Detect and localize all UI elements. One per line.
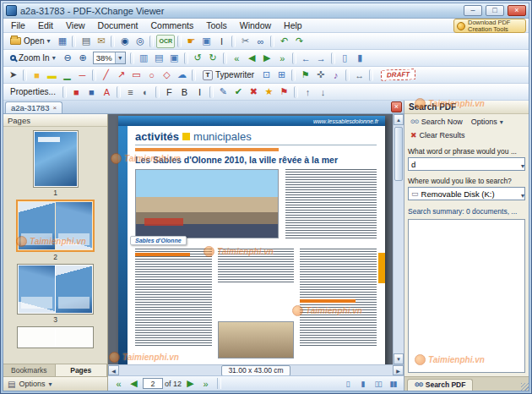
search-results-box[interactable]	[408, 219, 525, 373]
email-icon[interactable]: ✉	[94, 35, 108, 48]
oval-icon[interactable]: ○	[144, 68, 159, 82]
page-thumbnail-2[interactable]: 2	[16, 200, 95, 261]
sound-icon[interactable]: ♪	[328, 68, 343, 82]
snapshot-icon[interactable]: ▣	[199, 35, 214, 48]
tab-pages[interactable]: Pages	[56, 364, 108, 376]
ocr-button[interactable]: OCR	[156, 35, 175, 48]
title-bar[interactable]: a2a-31783 - PDF-XChange Viewer – □ ×	[3, 3, 529, 19]
next-page-icon[interactable]: ▶	[260, 52, 274, 65]
next-page-button[interactable]: ▶	[183, 377, 198, 391]
single-page-layout-icon[interactable]: ▯	[338, 52, 352, 65]
rotate-cw-icon[interactable]: ↻	[206, 52, 220, 65]
fill-color-icon[interactable]: ■	[69, 85, 84, 99]
menu-edit[interactable]: Edit	[32, 19, 59, 31]
rotate-ccw-icon[interactable]: ↺	[191, 52, 205, 65]
link-tool-icon[interactable]: ∞	[253, 35, 268, 48]
zoom-level-combo[interactable]: 38% ▾	[93, 52, 126, 64]
rectangle-icon[interactable]: ▭	[129, 68, 144, 82]
typewriter-button[interactable]: T Typewriter	[198, 68, 258, 82]
check-icon[interactable]: ✔	[231, 85, 246, 99]
text-box-icon[interactable]: ⊞	[274, 68, 289, 82]
draft-stamp-button[interactable]: DRAFT	[381, 68, 416, 80]
callout-icon[interactable]: ⊡	[259, 68, 274, 82]
last-page-button[interactable]: »	[198, 377, 213, 391]
next-view-icon[interactable]: →	[314, 52, 328, 65]
page-thumbnail-1[interactable]: 1	[33, 130, 79, 197]
search-phrase-value[interactable]: d	[409, 160, 521, 169]
cross-icon[interactable]: ✖	[247, 85, 261, 99]
actual-size-icon[interactable]: ▣	[167, 52, 182, 65]
fit-width-icon[interactable]: ▥	[137, 52, 151, 65]
open-button[interactable]: Open ▾	[6, 35, 54, 47]
move-down-icon[interactable]: ↓	[316, 85, 330, 99]
prev-page-icon[interactable]: ◀	[245, 52, 259, 65]
redo-icon[interactable]: ↷	[292, 35, 307, 48]
select-comment-icon[interactable]: ➤	[6, 68, 20, 82]
search-now-button[interactable]: ⊙⊙ Search Now	[407, 116, 466, 128]
menu-comments[interactable]: Comments	[144, 19, 199, 31]
fit-visible-icon[interactable]: ▤	[152, 52, 166, 65]
sticky-note-icon[interactable]: ■	[30, 68, 44, 82]
close-document-button[interactable]: ×	[391, 101, 402, 112]
properties-button[interactable]: Properties...	[6, 85, 60, 98]
stroke-color-icon[interactable]: ■	[84, 85, 99, 99]
single-page-view-icon[interactable]: ▯	[340, 377, 355, 391]
line-icon[interactable]: ╱	[99, 68, 113, 82]
star-icon[interactable]: ★	[262, 85, 276, 99]
menu-file[interactable]: File	[5, 19, 31, 31]
first-page-icon[interactable]: «	[230, 52, 244, 65]
horizontal-scrollbar[interactable]: ◀ 31.00 x 43.00 cm ▶	[108, 364, 404, 375]
search-multiple-icon[interactable]: ◎	[133, 35, 147, 48]
text-color-icon[interactable]: A	[100, 85, 114, 99]
underline-icon[interactable]: ▁	[60, 68, 74, 82]
current-page-input[interactable]: 2	[143, 378, 163, 389]
strikeout-icon[interactable]: ─	[75, 68, 90, 82]
polygon-icon[interactable]: ◇	[160, 68, 174, 82]
italic-icon[interactable]: I	[193, 85, 207, 99]
document-canvas[interactable]: www.lessablesdolonne.fr activités munici…	[108, 114, 393, 364]
arrow-icon[interactable]: ↗	[114, 68, 128, 82]
flag-icon[interactable]: ⚑	[277, 85, 291, 99]
zoom-combo-dropdown[interactable]: ▾	[115, 52, 125, 63]
clear-results-button[interactable]: ✖ Clear Results	[407, 129, 469, 141]
opacity-icon[interactable]: ◐	[138, 85, 153, 99]
print-icon[interactable]: ▤	[79, 35, 93, 48]
menu-view[interactable]: View	[60, 19, 91, 31]
bold-icon[interactable]: B	[177, 85, 192, 99]
scroll-up-icon[interactable]: ▲	[394, 114, 404, 125]
menu-help[interactable]: Help	[278, 19, 308, 31]
resize-grip[interactable]	[521, 383, 529, 391]
move-up-icon[interactable]: ↑	[301, 85, 315, 99]
search-options-button[interactable]: Options ▾	[468, 116, 507, 128]
prev-page-button[interactable]: ◀	[127, 377, 141, 391]
previous-view-icon[interactable]: ←	[299, 52, 313, 65]
scroll-down-icon[interactable]: ▼	[394, 353, 404, 364]
continuous-layout-icon[interactable]: ▮	[353, 52, 367, 65]
note-edit-icon[interactable]: ✎	[216, 85, 231, 99]
vertical-scroll-track[interactable]	[394, 125, 404, 353]
attach-file-icon[interactable]: ✜	[313, 68, 328, 82]
menu-tools[interactable]: Tools	[200, 19, 233, 31]
search-phrase-combo[interactable]: d ▾	[408, 157, 525, 171]
tab-search-pdf[interactable]: ⊙⊙ Search PDF	[407, 379, 473, 391]
highlight-icon[interactable]: ▬	[45, 68, 59, 82]
maximize-button[interactable]: □	[486, 5, 504, 16]
save-icon[interactable]: ▦	[55, 35, 69, 48]
find-icon[interactable]: ◉	[117, 35, 132, 48]
undo-icon[interactable]: ↶	[277, 35, 291, 48]
tab-bookmarks[interactable]: Bookmarks	[3, 364, 56, 376]
last-page-icon[interactable]: »	[275, 52, 290, 65]
page-thumbnail-3[interactable]: 3	[17, 264, 94, 324]
line-style-icon[interactable]: ≡	[123, 85, 138, 99]
page-thumbnail-4[interactable]	[17, 326, 94, 348]
zoom-out-icon[interactable]: ⊖	[61, 52, 75, 65]
pages-options-bar[interactable]: ▤ Options ▾	[3, 376, 107, 391]
cloud-icon[interactable]: ☁	[175, 68, 189, 82]
search-location-combo[interactable]: ▭ Removable Disk (K:) ▾	[408, 187, 525, 200]
font-icon[interactable]: F	[162, 85, 176, 99]
document-tab[interactable]: a2a-31783 ×	[5, 101, 62, 113]
first-page-button[interactable]: «	[111, 377, 126, 391]
download-pdf-creation-tools-button[interactable]: Download PDF Creation Tools	[453, 19, 526, 33]
vertical-scrollbar[interactable]: ▲ ▼	[393, 114, 404, 364]
scroll-right-icon[interactable]: ▶	[393, 365, 404, 375]
